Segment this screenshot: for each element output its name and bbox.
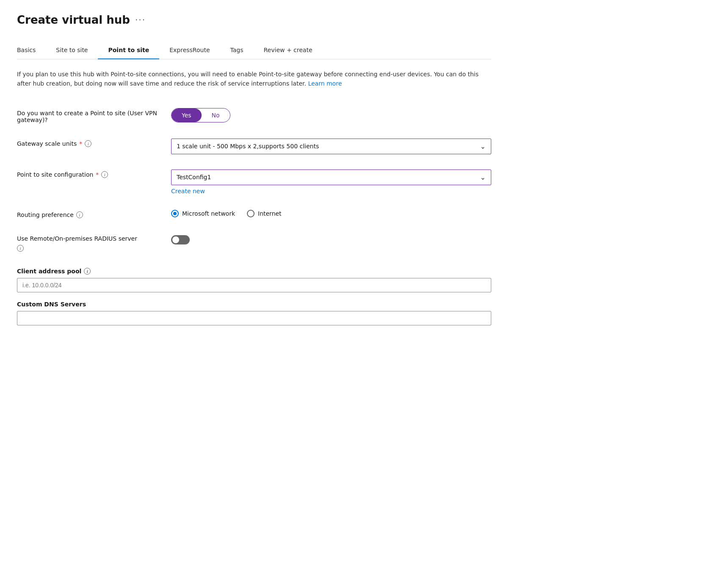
tab-basics[interactable]: Basics [17,42,46,59]
create-p2s-row: Do you want to create a Point to site (U… [17,100,491,131]
tab-expressroute[interactable]: ExpressRoute [159,42,220,59]
routing-preference-label: Routing preference i [17,211,161,218]
gateway-scale-units-dropdown[interactable]: 1 scale unit - 500 Mbps x 2,supports 500… [171,139,491,154]
gateway-scale-units-label-col: Gateway scale units * i [17,139,161,147]
form-section: Do you want to create a Point to site (U… [17,100,491,325]
gateway-scale-units-label: Gateway scale units * i [17,140,161,147]
p2s-config-label-col: Point to site configuration * i [17,169,161,178]
client-address-pool-header: Client address pool i [17,268,491,275]
more-options-icon[interactable]: ··· [135,15,146,25]
tab-review-create[interactable]: Review + create [254,42,323,59]
routing-preference-label-col: Routing preference i [17,210,161,218]
p2s-config-row: Point to site configuration * i TestConf… [17,162,491,202]
gateway-scale-units-value: 1 scale unit - 500 Mbps x 2,supports 500… [177,143,319,150]
radius-toggle-track [171,235,190,244]
create-new-link[interactable]: Create new [171,188,491,194]
page-title-area: Create virtual hub ··· [17,14,491,26]
routing-microsoft-radio[interactable] [171,210,179,217]
routing-microsoft-option[interactable]: Microsoft network [171,210,235,217]
routing-microsoft-label: Microsoft network [182,210,235,217]
gateway-scale-units-control: 1 scale unit - 500 Mbps x 2,supports 500… [171,139,491,154]
radius-label-multi: Use Remote/On-premises RADIUS server i [17,235,161,252]
custom-dns-input[interactable] [17,311,491,325]
no-option[interactable]: No [202,108,230,122]
learn-more-link[interactable]: Learn more [308,80,342,87]
routing-microsoft-radio-inner [173,212,177,215]
radius-label-text: Use Remote/On-premises RADIUS server [17,235,137,242]
p2s-config-value: TestConfig1 [177,174,211,181]
p2s-config-label: Point to site configuration * i [17,171,161,178]
gateway-info-icon[interactable]: i [85,140,91,147]
radius-server-label-col: Use Remote/On-premises RADIUS server i [17,233,161,252]
radius-info-icon[interactable]: i [17,245,24,252]
radius-server-control [171,233,491,246]
client-address-pool-section: Client address pool i [17,268,491,292]
tab-tags[interactable]: Tags [220,42,254,59]
routing-internet-label: Internet [258,210,282,217]
yes-no-toggle[interactable]: Yes No [171,108,230,122]
routing-preference-control: Microsoft network Internet [171,210,491,217]
custom-dns-section: Custom DNS Servers [17,301,491,325]
gateway-chevron-icon: ⌄ [480,142,486,150]
routing-preference-row: Routing preference i Microsoft network I… [17,202,491,226]
create-p2s-label: Do you want to create a Point to site (U… [17,110,161,123]
p2s-config-control: TestConfig1 ⌄ Create new [171,169,491,194]
routing-info-icon[interactable]: i [76,211,83,218]
radius-server-row: Use Remote/On-premises RADIUS server i [17,226,491,259]
tab-bar: Basics Site to site Point to site Expres… [17,42,491,59]
yes-option[interactable]: Yes [172,108,202,122]
page-title: Create virtual hub [17,14,130,26]
client-address-pool-input[interactable] [17,278,491,292]
client-address-pool-info-icon[interactable]: i [84,268,91,275]
radius-toggle-switch[interactable] [171,235,190,244]
p2s-config-dropdown[interactable]: TestConfig1 ⌄ [171,169,491,185]
description-text: If you plan to use this hub with Point-t… [17,69,483,89]
create-p2s-label-col: Do you want to create a Point to site (U… [17,108,161,123]
p2s-config-info-icon[interactable]: i [101,171,108,178]
p2s-required-indicator: * [96,171,99,178]
radius-label-row: Use Remote/On-premises RADIUS server [17,235,161,242]
routing-internet-radio[interactable] [247,210,255,217]
gateway-required-indicator: * [79,140,82,147]
gateway-scale-units-row: Gateway scale units * i 1 scale unit - 5… [17,131,491,162]
tab-point-to-site[interactable]: Point to site [98,42,159,59]
custom-dns-header: Custom DNS Servers [17,301,491,308]
tab-site-to-site[interactable]: Site to site [46,42,98,59]
p2s-config-chevron-icon: ⌄ [480,173,486,181]
routing-internet-option[interactable]: Internet [247,210,282,217]
routing-preference-radio-group: Microsoft network Internet [171,210,491,217]
radius-toggle-thumb [172,236,179,243]
create-p2s-control: Yes No [171,108,491,122]
